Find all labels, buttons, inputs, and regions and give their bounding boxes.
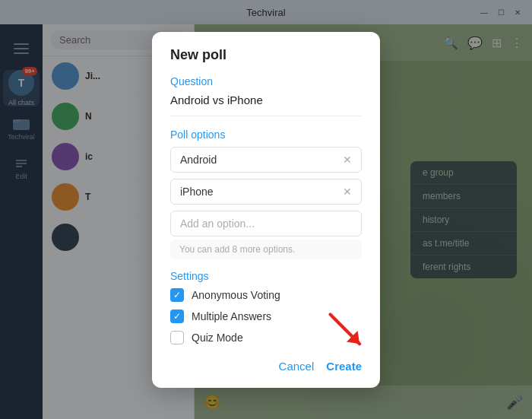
cancel-button[interactable]: Cancel [279, 360, 315, 373]
quiz-mode-label: Quiz Mode [192, 332, 243, 344]
poll-option-android-text: Android [180, 154, 217, 166]
poll-options-label: Poll options [170, 129, 362, 141]
multiple-answers-checkbox[interactable]: ✓ [170, 309, 184, 323]
anonymous-voting-label: Anonymous Voting [192, 289, 280, 301]
can-add-more-text: You can add 8 more options. [170, 240, 362, 259]
multiple-answers-label: Multiple Answers [192, 310, 271, 322]
settings-section: Settings ✓ Anonymous Voting ✓ Multiple A… [170, 270, 362, 344]
question-section-label: Question [170, 75, 362, 87]
poll-option-iphone-remove[interactable]: ✕ [343, 186, 352, 198]
modal-title: New poll [170, 47, 362, 63]
modal-actions: Cancel Create [170, 354, 362, 373]
add-option-placeholder: Add an option... [180, 217, 255, 230]
quiz-mode-row: Quiz Mode [170, 331, 362, 344]
poll-option-android-remove[interactable]: ✕ [343, 154, 352, 166]
new-poll-modal: New poll Question Android vs iPhone Poll… [152, 32, 380, 388]
quiz-mode-checkbox[interactable] [170, 331, 184, 344]
anonymous-voting-checkbox[interactable]: ✓ [170, 288, 184, 302]
poll-option-android: Android ✕ [170, 147, 362, 173]
poll-option-iphone-text: iPhone [180, 186, 214, 198]
multiple-answers-row: ✓ Multiple Answers [170, 309, 362, 323]
check-icon: ✓ [173, 290, 181, 300]
check-icon: ✓ [173, 311, 181, 322]
settings-label: Settings [170, 270, 362, 282]
create-button[interactable]: Create [326, 360, 362, 373]
anonymous-voting-row: ✓ Anonymous Voting [170, 288, 362, 302]
question-value: Android vs iPhone [170, 94, 362, 116]
modal-overlay: New poll Question Android vs iPhone Poll… [0, 0, 532, 419]
add-option-input[interactable]: Add an option... [170, 211, 362, 236]
poll-option-iphone: iPhone ✕ [170, 179, 362, 205]
app-window: Techviral — ☐ ✕ T 99+ [0, 0, 532, 419]
